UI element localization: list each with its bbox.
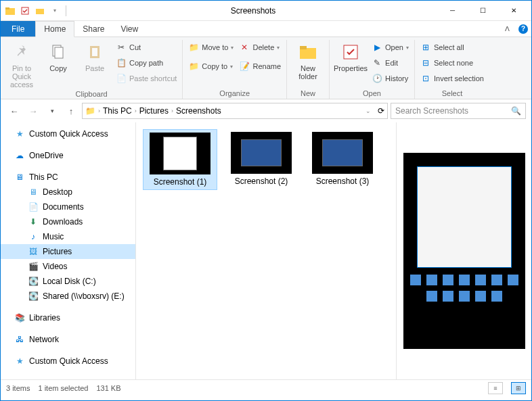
search-input[interactable]: Search Screenshots 🔍 [391, 103, 526, 119]
nav-quick-access-2[interactable]: ★Custom Quick Access [1, 354, 135, 369]
close-button[interactable]: ✕ [498, 1, 529, 20]
nav-quick-access[interactable]: ★Custom Quick Access [1, 126, 135, 141]
svg-rect-5 [55, 47, 63, 58]
thumbnail-icon [150, 133, 210, 174]
invert-selection-icon: ⊡ [420, 73, 431, 84]
onedrive-icon: ☁ [14, 150, 25, 161]
nav-videos[interactable]: 🎬Videos [1, 259, 135, 274]
file-list[interactable]: Screenshot (1) Screenshot (2) Screenshot… [136, 122, 396, 379]
tab-share[interactable]: Share [74, 21, 112, 37]
paste-shortcut-button[interactable]: 📄Paste shortcut [114, 71, 178, 86]
history-button[interactable]: 🕑History [370, 71, 410, 86]
up-button[interactable]: ↑ [63, 103, 79, 119]
select-all-icon: ⊞ [420, 42, 431, 53]
select-none-button[interactable]: ⊟Select none [419, 55, 485, 70]
network-icon: 🖧 [14, 334, 25, 345]
refresh-button[interactable]: ⟳ [378, 106, 384, 116]
file-item[interactable]: Screenshot (1) [143, 129, 217, 190]
thumbnail-icon [312, 132, 373, 174]
invert-selection-button[interactable]: ⊡Invert selection [419, 71, 485, 86]
back-button[interactable]: ← [6, 103, 22, 119]
cut-button[interactable]: ✂Cut [114, 40, 178, 55]
disk-icon: 💽 [28, 276, 39, 287]
svg-rect-8 [300, 48, 316, 59]
nav-documents[interactable]: 📄Documents [1, 199, 135, 214]
nav-network[interactable]: 🖧Network [1, 332, 135, 347]
select-all-button[interactable]: ⊞Select all [419, 40, 485, 55]
pin-to-quick-access-button[interactable]: Pin to Quick access [5, 40, 39, 90]
content-area: ★Custom Quick Access ☁OneDrive 🖥This PC … [1, 122, 531, 379]
details-view-button[interactable]: ≡ [488, 382, 503, 394]
group-clipboard-label: Clipboard [5, 90, 178, 99]
paste-button[interactable]: Paste [78, 40, 112, 74]
nav-libraries[interactable]: 📚Libraries [1, 310, 135, 325]
svg-rect-7 [92, 48, 97, 56]
cut-icon: ✂ [116, 42, 127, 53]
ribbon-tabs: File Home Share View ᐱ ? [1, 21, 531, 37]
qat-properties[interactable] [18, 4, 32, 18]
svg-rect-3 [36, 9, 44, 14]
libraries-icon: 📚 [14, 312, 25, 323]
network-drive-icon: 💽 [28, 291, 39, 302]
nav-music[interactable]: ♪Music [1, 229, 135, 244]
copy-button[interactable]: Copy [41, 40, 75, 74]
tab-file[interactable]: File [1, 21, 35, 37]
thumbnails-view-button[interactable]: ⊞ [511, 382, 526, 394]
breadcrumb-pictures[interactable]: Pictures [139, 106, 169, 116]
recent-dropdown[interactable]: ▾ [44, 103, 60, 119]
maximize-button[interactable]: ☐ [468, 1, 498, 20]
star-icon: ★ [14, 128, 25, 139]
help-button[interactable]: ? [515, 21, 531, 37]
pin-icon [11, 41, 32, 63]
navigation-pane[interactable]: ★Custom Quick Access ☁OneDrive 🖥This PC … [1, 122, 136, 379]
file-item[interactable]: Screenshot (2) [224, 129, 298, 190]
address-bar[interactable]: 📁 › This PC › Pictures › Screenshots ⌄ ⟳ [82, 103, 388, 119]
open-button[interactable]: ▶Open▾ [370, 40, 410, 55]
select-none-icon: ⊟ [420, 57, 431, 68]
tab-view[interactable]: View [112, 21, 146, 37]
qat-newfolder[interactable] [33, 4, 47, 18]
rename-button[interactable]: 📝Rename [238, 59, 282, 74]
preview-pane [396, 122, 531, 379]
edit-button[interactable]: ✎Edit [370, 55, 410, 70]
nav-pictures[interactable]: 🖼Pictures [1, 244, 135, 259]
star-icon: ★ [14, 356, 25, 367]
music-icon: ♪ [28, 231, 39, 242]
nav-this-pc[interactable]: 🖥This PC [1, 170, 135, 185]
move-to-icon: 📁 [188, 42, 199, 53]
nav-downloads[interactable]: ⬇Downloads [1, 214, 135, 229]
breadcrumb-thispc[interactable]: This PC [103, 106, 132, 116]
forward-button[interactable]: → [25, 103, 41, 119]
move-to-button[interactable]: 📁Move to▾ [187, 40, 235, 55]
breadcrumb-screenshots[interactable]: Screenshots [176, 106, 221, 116]
nav-local-disk[interactable]: 💽Local Disk (C:) [1, 274, 135, 289]
svg-rect-1 [5, 7, 9, 9]
documents-icon: 📄 [28, 202, 39, 212]
new-folder-icon [297, 41, 319, 63]
copy-to-button[interactable]: 📁Copy to▾ [187, 59, 235, 74]
group-new-label: New [291, 89, 325, 99]
nav-desktop[interactable]: 🖥Desktop [1, 185, 135, 199]
properties-button[interactable]: Properties [334, 40, 368, 74]
properties-icon [340, 41, 361, 63]
address-dropdown[interactable]: ⌄ [365, 108, 371, 114]
copy-to-icon: 📁 [188, 61, 199, 72]
downloads-icon: ⬇ [28, 216, 39, 227]
desktop-icon: 🖥 [28, 187, 39, 197]
delete-button[interactable]: ✕Delete▾ [238, 40, 282, 55]
copy-path-button[interactable]: 📋Copy path [114, 55, 178, 70]
file-item[interactable]: Screenshot (3) [305, 129, 380, 190]
minimize-button[interactable]: ─ [437, 1, 468, 20]
group-select-label: Select [419, 89, 485, 99]
collapse-ribbon-button[interactable]: ᐱ [499, 21, 515, 37]
new-folder-button[interactable]: New folder [291, 40, 325, 82]
pc-icon: 🖥 [14, 172, 25, 183]
nav-onedrive[interactable]: ☁OneDrive [1, 148, 135, 163]
copy-path-icon: 📋 [116, 57, 127, 68]
titlebar: ▾ Screenshots ─ ☐ ✕ [1, 1, 531, 21]
videos-icon: 🎬 [28, 261, 39, 272]
nav-shared[interactable]: 💽Shared (\\vboxsrv) (E:) [1, 289, 135, 304]
tab-home[interactable]: Home [35, 21, 74, 37]
ribbon: Pin to Quick access Copy Paste ✂Cut 📋Cop… [1, 37, 531, 99]
qat-dropdown[interactable]: ▾ [48, 4, 62, 18]
